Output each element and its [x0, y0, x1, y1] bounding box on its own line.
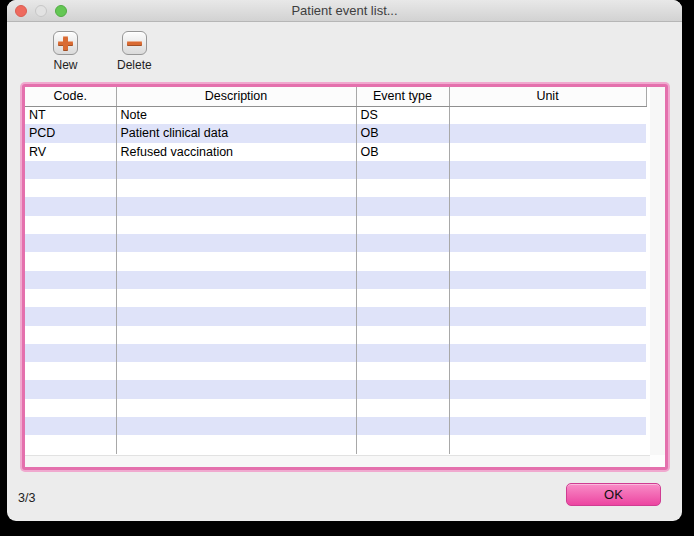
- cell-description: [116, 271, 356, 289]
- cell-code: [25, 234, 116, 252]
- delete-button-label: Delete: [117, 58, 152, 72]
- minus-icon: [122, 31, 147, 55]
- cell-description: [116, 252, 356, 270]
- table-header-row: Code.DescriptionEvent typeUnit: [25, 87, 646, 106]
- traffic-lights: [15, 5, 67, 17]
- cell-unit: [449, 289, 646, 307]
- cell-event_type: [356, 307, 449, 325]
- table-row[interactable]: NTNoteDS: [25, 106, 646, 124]
- cell-unit: [449, 124, 646, 142]
- dialog-window: Patient event list... New Delete: [7, 0, 682, 521]
- patient-event-list: Code.DescriptionEvent typeUnit NTNoteDSP…: [22, 84, 668, 470]
- cell-event_type: [356, 216, 449, 234]
- cell-unit: [449, 435, 646, 453]
- cell-event_type: DS: [356, 106, 449, 124]
- delete-button[interactable]: Delete: [117, 31, 152, 72]
- cell-unit: [449, 307, 646, 325]
- cell-event_type: [356, 252, 449, 270]
- cell-code: [25, 326, 116, 344]
- cell-description: [116, 417, 356, 435]
- table-row-empty: [25, 289, 646, 307]
- cell-description: [116, 216, 356, 234]
- cell-event_type: [356, 380, 449, 398]
- cell-unit: [449, 362, 646, 380]
- cell-unit: [449, 380, 646, 398]
- cell-description: [116, 399, 356, 417]
- table-row[interactable]: PCDPatient clinical dataOB: [25, 124, 646, 142]
- screen-background: Patient event list... New Delete: [0, 0, 694, 536]
- column-header-unit[interactable]: Unit: [449, 87, 646, 106]
- cell-unit: [449, 216, 646, 234]
- cell-event_type: OB: [356, 124, 449, 142]
- cell-event_type: [356, 234, 449, 252]
- cell-unit: [449, 106, 646, 124]
- cell-unit: [449, 252, 646, 270]
- cell-description: [116, 380, 356, 398]
- cell-description: [116, 326, 356, 344]
- cell-code: [25, 362, 116, 380]
- cell-unit: [449, 271, 646, 289]
- table-row-empty: [25, 362, 646, 380]
- table-row-empty: [25, 252, 646, 270]
- cell-description: Refused vaccination: [116, 143, 356, 161]
- cell-code: [25, 161, 116, 179]
- plus-icon: [53, 31, 78, 55]
- scrollbar-corner: [650, 455, 665, 467]
- table-row-empty: [25, 197, 646, 215]
- cell-code: [25, 216, 116, 234]
- horizontal-scrollbar[interactable]: [25, 455, 650, 467]
- cell-event_type: [356, 197, 449, 215]
- cell-code: [25, 289, 116, 307]
- cell-unit: [449, 326, 646, 344]
- new-button[interactable]: New: [53, 31, 78, 72]
- cell-event_type: [356, 271, 449, 289]
- cell-description: [116, 344, 356, 362]
- cell-unit: [449, 344, 646, 362]
- table-row-empty: [25, 216, 646, 234]
- cell-description: [116, 435, 356, 453]
- table-row-empty: [25, 307, 646, 325]
- toolbar: New Delete: [7, 22, 682, 72]
- vertical-scrollbar[interactable]: [650, 87, 665, 455]
- minimize-icon[interactable]: [35, 5, 47, 17]
- cell-event_type: [356, 326, 449, 344]
- cell-description: [116, 307, 356, 325]
- cell-code: [25, 344, 116, 362]
- table-row-empty: [25, 179, 646, 197]
- cell-description: [116, 289, 356, 307]
- zoom-icon[interactable]: [55, 5, 67, 17]
- ok-button[interactable]: OK: [566, 483, 661, 506]
- cell-code: [25, 399, 116, 417]
- cell-code: [25, 417, 116, 435]
- column-header-code[interactable]: Code.: [25, 87, 116, 106]
- cell-unit: [449, 161, 646, 179]
- cell-code: [25, 197, 116, 215]
- cell-unit: [449, 197, 646, 215]
- cell-description: [116, 362, 356, 380]
- table-row-empty: [25, 399, 646, 417]
- window-title: Patient event list...: [7, 0, 682, 22]
- table-row-empty: [25, 435, 646, 453]
- cell-unit: [449, 143, 646, 161]
- close-icon[interactable]: [15, 5, 27, 17]
- cell-unit: [449, 417, 646, 435]
- cell-unit: [449, 399, 646, 417]
- cell-event_type: [356, 179, 449, 197]
- table-row-empty: [25, 326, 646, 344]
- column-header-event_type[interactable]: Event type: [356, 87, 449, 106]
- table-row-empty: [25, 234, 646, 252]
- cell-code: PCD: [25, 124, 116, 142]
- cell-description: [116, 179, 356, 197]
- cell-code: [25, 252, 116, 270]
- new-button-label: New: [53, 58, 77, 72]
- title-bar: Patient event list...: [7, 0, 682, 22]
- cell-code: [25, 271, 116, 289]
- cell-event_type: [356, 399, 449, 417]
- cell-unit: [449, 179, 646, 197]
- cell-event_type: [356, 362, 449, 380]
- table-row[interactable]: RVRefused vaccinationOB: [25, 143, 646, 161]
- cell-code: [25, 380, 116, 398]
- column-header-description[interactable]: Description: [116, 87, 356, 106]
- cell-code: RV: [25, 143, 116, 161]
- cell-description: [116, 197, 356, 215]
